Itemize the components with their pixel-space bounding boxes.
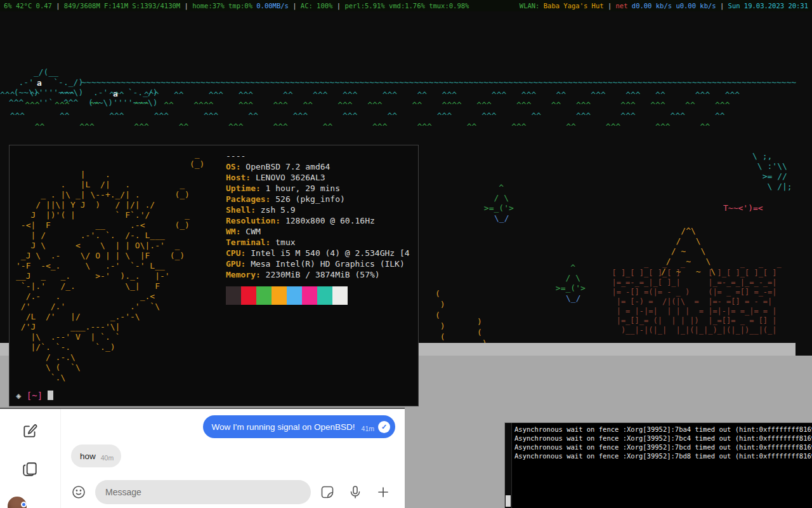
fetch-info-line: ---- [226, 150, 410, 161]
fetch-info-line: OS: OpenBSD 7.2 amd64 [226, 161, 410, 172]
statusbar-segment: | [52, 2, 64, 10]
ascii-art-tent: /^\ / \ / ~ \ / ~ \ / ~ ~ \ [661, 226, 716, 277]
xterm-lines: Asynchronous wait on fence :Xorg[39952]:… [514, 425, 812, 460]
statusbar-segment: Baba Yaga's Hut [544, 2, 604, 10]
statusbar-segment: | [332, 2, 344, 10]
fetch-color-palette [226, 286, 348, 305]
ascii-art-fir-tree-1: ^ / \ >=_('> [479, 183, 514, 213]
xterm-line: Asynchronous wait on fence :Xorg[39952]:… [514, 451, 812, 460]
fetch-info-line: Host: LENOVO 3626AL3 [226, 172, 410, 183]
smiley-icon [71, 485, 86, 500]
palette-swatch [332, 286, 348, 305]
statusbar-segment: Sun 19.03.2023 20:31 [728, 2, 808, 10]
stories-icon [22, 461, 38, 478]
fetch-info-line: Terminal: tmux [226, 237, 410, 248]
ascii-art-cyan-plant: \ ;, \ :'\\ >= // \ /|; [752, 151, 792, 192]
message-bubble-incoming: how 40m [71, 444, 121, 467]
xterm-window[interactable]: Asynchronous wait on fence :Xorg[39952]:… [504, 422, 812, 508]
message-text: how [80, 451, 96, 461]
fetch-info-line: Shell: zsh 5.9 [226, 204, 410, 215]
sticker-icon [320, 485, 335, 500]
statusbar-left: 6% 42°C 0.47 | 849/3608M F:141M S:1393/4… [4, 0, 469, 11]
desktop: 6% 42°C 0.47 | 849/3608M F:141M S:1393/4… [0, 0, 812, 508]
statusbar-right: WLAN: Baba Yaga's Hut | net d0.00 kb/s u… [520, 0, 808, 11]
xterm-line: Asynchronous wait on fence :Xorg[39952]:… [514, 425, 812, 434]
plus-icon [376, 485, 391, 500]
statusbar-segment: | [180, 2, 192, 10]
status-bar: 6% 42°C 0.47 | 849/3608M F:141M S:1393/4… [0, 0, 812, 11]
compose-icon [22, 423, 38, 439]
xterm-scrollbar[interactable] [505, 423, 512, 508]
ascii-art-wave-line: ~~~~~~~~~~~~~~~~~~~~~~~~~~~~~~~~~~~~~~~~… [81, 77, 796, 88]
sticker-button[interactable] [320, 485, 335, 500]
signal-window: Wow I'm running signal on OpenBSD! 41m ✓… [0, 408, 405, 508]
cursor-block [48, 391, 53, 400]
emoji-button[interactable] [71, 485, 86, 500]
ascii-art-fir-tree-2: ^ / \ >=_('> [551, 263, 586, 293]
fetch-info-line: Uptime: 1 hour, 29 mins [226, 183, 410, 194]
statusbar-segment: u0.00 kb/s [676, 2, 716, 10]
palette-swatch [287, 286, 302, 305]
compose-button[interactable] [22, 423, 38, 439]
palette-swatch [256, 286, 272, 305]
signal-sidebar [0, 409, 61, 508]
statusbar-segment: perl:5.91% vmd:1.76% tmux:0.98% [344, 2, 469, 10]
ascii-art-fir-tree-2-base: \_/ [566, 293, 580, 304]
statusbar-segment: 6% 42°C 0.47 [4, 2, 52, 10]
ascii-art-red-fish: T~~<')=< [723, 203, 763, 213]
xterm-line: Asynchronous wait on fence :Xorg[39952]:… [514, 443, 812, 451]
palette-swatch [317, 286, 332, 305]
statusbar-segment: home:37% tmp:0% [192, 2, 256, 10]
message-time: 41m [362, 425, 374, 432]
fetch-info-line: Memory: 2230MiB / 3874MiB (57%) [226, 269, 410, 280]
fetch-info-line: Resolution: 812x508 @ 60.16Hz [226, 215, 410, 226]
avatar-badge [21, 502, 27, 507]
fetch-info: ----OS: OpenBSD 7.2 amd64Host: LENOVO 36… [226, 150, 410, 280]
fetch-info-line: Packages: 526 (pkg_info) [226, 194, 410, 204]
openbsd-puffer-logo: _ (_) | . . |L /| . _ _ . |\ _| \--+._/|… [16, 149, 204, 383]
statusbar-segment: | [716, 2, 728, 10]
statusbar-segment: | [604, 2, 616, 10]
statusbar-segment: AC: 100% [301, 2, 333, 10]
statusbar-segment: 0.00MB/s [256, 2, 289, 10]
fetch-info-line: WM: CWM [226, 226, 410, 237]
attach-plus-button[interactable] [376, 485, 391, 500]
ascii-art-boat-a-1: a [37, 78, 42, 88]
message-text: Wow I'm running signal on OpenBSD! [212, 422, 355, 432]
fetch-info-line: CPU: Intel i5 M 540 (4) @ 2.534GHz [4 [226, 248, 410, 258]
message-bubble-outgoing: Wow I'm running signal on OpenBSD! 41m ✓ [203, 415, 395, 438]
ascii-art-treeline-1: ^^^ ^^ ^^^ ^^^ ^^^ ^^ ^^^ ^^^ ^^ ^^^ ^^^… [0, 90, 740, 100]
palette-swatch [272, 286, 287, 305]
microphone-button[interactable] [348, 485, 363, 500]
statusbar-segment: net [616, 2, 628, 10]
palette-swatch [241, 286, 256, 305]
message-input[interactable] [95, 480, 311, 504]
statusbar-segment: WLAN: [520, 2, 544, 10]
microphone-icon [348, 485, 363, 500]
ascii-art-treeline-4: ^^ ^^^ ^^^ ^^ ^^^ ^^^ ^^ ^^^ ^^^ ^^ ^^^ … [0, 122, 710, 132]
stories-button[interactable] [22, 461, 38, 478]
ascii-art-treeline-3: ^^^ ^^ ^^^ ^^^ ^^^ ^^ ^^^ ^^^ ^^ ^^^ ^^^… [0, 111, 725, 121]
xterm-line: Asynchronous wait on fence :Xorg[39952]:… [514, 434, 812, 443]
message-composer [61, 479, 398, 505]
read-receipt-icon: ✓ [378, 421, 390, 433]
ascii-art-treeline-2: ^^^ ^^^ ^^ ^^^ ^^ ^^^^ ^^^ ^^^ ^^ ^^^ ^^… [0, 100, 730, 110]
prompt-symbol: ◈ [16, 391, 27, 401]
palette-swatch [226, 286, 241, 305]
fetch-info-line: GPU: Mesa Intel(R) HD Graphics (ILK) [226, 258, 410, 269]
palette-swatch [302, 286, 317, 305]
xterm-scrollbar-thumb[interactable] [506, 495, 511, 507]
prompt-path: [~] [27, 391, 43, 401]
shell-prompt: ◈ [~] [16, 391, 53, 401]
statusbar-segment: | [289, 2, 301, 10]
ascii-art-fir-tree-1-base: \_/ [494, 213, 509, 224]
fetch-terminal-window[interactable]: _ (_) | . . |L /| . _ _ . |\ _| \--+._/|… [9, 145, 419, 406]
statusbar-segment: 849/3608M F:141M S:1393/4130M [64, 2, 180, 10]
statusbar-segment: d0.00 kb/s [628, 2, 676, 10]
message-time: 40m [101, 454, 114, 462]
